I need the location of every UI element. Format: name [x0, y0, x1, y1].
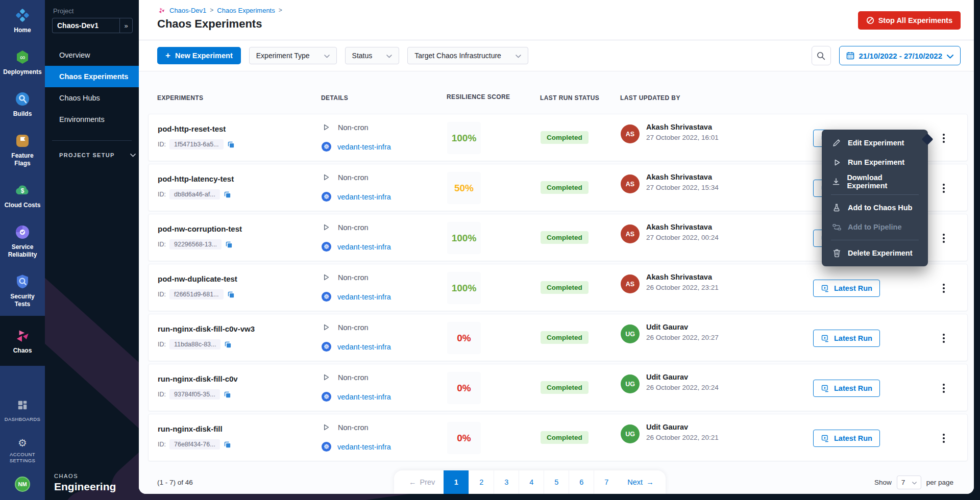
table-row[interactable]: pod-nw-duplicate-testID:f26651d9-681...N…	[148, 264, 968, 311]
experiment-id: ID:11bda88c-83...	[158, 339, 232, 349]
copy-icon[interactable]	[224, 191, 231, 198]
service-reliability-icon	[15, 224, 30, 240]
sidebar-item-home[interactable]: Home	[0, 0, 45, 42]
infrastructure-link[interactable]: vedant-test-infra	[337, 443, 391, 451]
infrastructure-link[interactable]: vedant-test-infra	[337, 193, 391, 201]
per-page-select[interactable]: 7	[897, 476, 921, 489]
experiment-id-value: 92296568-13...	[169, 239, 222, 249]
page-button-5[interactable]: 5	[544, 470, 569, 494]
stop-all-experiments-button[interactable]: Stop All Experiments	[858, 11, 961, 30]
search-button[interactable]	[812, 46, 831, 65]
sidebar-item-deployments[interactable]: ∞Deployments	[0, 42, 45, 84]
page-button-4[interactable]: 4	[519, 470, 544, 494]
table-row[interactable]: run-nginx-disk-fillID:76e8f434-76...Non-…	[148, 414, 968, 461]
copy-icon[interactable]	[227, 291, 235, 298]
infrastructure-link[interactable]: vedant-test-infra	[337, 143, 391, 151]
breadcrumb-link-experiments[interactable]: Chaos Experiments	[217, 7, 275, 14]
latest-run-icon	[821, 434, 829, 443]
infrastructure-link[interactable]: vedant-test-infra	[337, 343, 391, 351]
latest-run-button[interactable]: Latest Run	[813, 280, 880, 297]
user-avatar[interactable]: NM	[15, 477, 30, 492]
sidebar-item-overview[interactable]: Overview	[45, 44, 139, 66]
sidebar-item-chaos[interactable]: Chaos	[0, 316, 45, 366]
avatar: AS	[621, 174, 640, 193]
resilience-score: 50%	[447, 172, 481, 204]
page-title: Chaos Experiments	[157, 17, 262, 31]
sidebar-item-cloud-costs[interactable]: $Cloud Costs	[0, 175, 45, 217]
copy-icon[interactable]	[224, 391, 231, 398]
copy-icon[interactable]	[227, 141, 235, 148]
sidebar-item-chaos-hubs[interactable]: Chaos Hubs	[45, 87, 139, 109]
row-menu-button[interactable]	[938, 379, 950, 398]
chaos-logo-icon	[157, 6, 166, 14]
pipeline-icon	[832, 223, 841, 231]
menu-item-delete-experiment[interactable]: Delete Experiment	[822, 243, 928, 263]
kubernetes-icon: ☸	[322, 442, 331, 452]
page-button-2[interactable]: 2	[469, 470, 494, 494]
latest-run-button[interactable]: Latest Run	[813, 430, 880, 447]
sidebar-item-environments[interactable]: Environments	[45, 109, 139, 130]
table-row[interactable]: run-nginx-disk-fill-c0v-vw3ID:11bda88c-8…	[148, 314, 968, 361]
copy-icon[interactable]	[225, 241, 233, 248]
new-experiment-button[interactable]: + New Experiment	[157, 47, 241, 64]
filter-experiment-type[interactable]: Experiment Type	[249, 47, 337, 64]
prev-page-button[interactable]: ← Prev	[400, 470, 444, 494]
experiment-name: run-nginx-disk-fill	[158, 424, 223, 433]
date-range-picker[interactable]: 21/10/2022 - 27/10/2022	[839, 46, 961, 65]
resilience-score: 0%	[447, 422, 481, 454]
latest-run-icon	[821, 334, 829, 343]
filter-status[interactable]: Status	[345, 47, 400, 64]
page-button-1[interactable]: 1	[444, 470, 469, 494]
latest-run-button[interactable]: Latest Run	[813, 330, 880, 347]
sidebar-item-service-reliability[interactable]: Service Reliability	[0, 217, 45, 266]
sidebar-item-chaos-experiments[interactable]: Chaos Experiments	[45, 66, 139, 87]
pencil-icon	[832, 139, 841, 147]
sidebar-item-feature-flags[interactable]: Feature Flags	[0, 126, 45, 175]
row-menu-button[interactable]	[938, 429, 950, 448]
avatar: AS	[621, 124, 640, 143]
infrastructure-link[interactable]: vedant-test-infra	[337, 243, 391, 251]
avatar: UG	[621, 424, 640, 443]
menu-item-download-experiment[interactable]: Download Experiment	[822, 172, 928, 191]
copy-icon[interactable]	[224, 341, 232, 348]
sidebar-item-builds[interactable]: Builds	[0, 84, 45, 126]
project-selector[interactable]: Chaos-Dev1	[52, 18, 119, 33]
infrastructure-link[interactable]: vedant-test-infra	[337, 393, 391, 401]
page-button-7[interactable]: 7	[594, 470, 619, 494]
last-updated-by: ASAkash Shrivastava26 October 2022, 23:2…	[621, 273, 719, 293]
breadcrumb-link-project[interactable]: Chaos-Dev1	[169, 7, 206, 14]
row-menu-button[interactable]	[938, 279, 950, 298]
row-menu-button[interactable]	[938, 329, 950, 348]
kubernetes-icon: ☸	[322, 392, 331, 402]
infrastructure-link[interactable]: vedant-test-infra	[337, 293, 391, 301]
resilience-score: 100%	[447, 122, 481, 154]
experiment-id: ID:93784f05-35...	[158, 389, 231, 399]
experiment-id-value: 11bda88c-83...	[169, 339, 220, 349]
sidebar-item-security-tests[interactable]: Security Tests	[0, 266, 45, 316]
row-menu-button[interactable]	[938, 179, 950, 198]
menu-item-edit-experiment[interactable]: Edit Experiment	[822, 133, 928, 153]
table-row[interactable]: run-nginx-disk-fill-c0vID:93784f05-35...…	[148, 364, 968, 411]
last-updated-by: UGUdit Gaurav26 October 2022, 20:24	[621, 373, 719, 393]
experiment-id: ID:f26651d9-681...	[158, 289, 235, 299]
filter-target-chaos-infrastructure[interactable]: Target Chaos Infrastructure	[407, 47, 528, 64]
row-menu-button[interactable]	[938, 129, 950, 148]
copy-icon[interactable]	[224, 441, 231, 448]
menu-item-add-to-chaos-hub[interactable]: Add to Chaos Hub	[822, 198, 928, 217]
schedule-type: Non-cron	[322, 173, 369, 182]
last-updated-by: ASAkash Shrivastava27 October 2022, 16:0…	[621, 123, 719, 143]
experiment-name: pod-nw-corruption-test	[158, 224, 242, 233]
svg-text:∞: ∞	[20, 53, 25, 61]
status-badge: Completed	[541, 381, 589, 394]
kubernetes-icon: ☸	[322, 292, 331, 302]
project-setup-toggle[interactable]: PROJECT SETUP	[59, 152, 139, 158]
page-button-6[interactable]: 6	[569, 470, 594, 494]
page-button-3[interactable]: 3	[494, 470, 519, 494]
sidebar-item-account-settings[interactable]: ⚙ ACCOUNT SETTINGS	[0, 430, 45, 471]
sidebar-item-dashboards[interactable]: DASHBOARDS	[0, 392, 45, 430]
latest-run-button[interactable]: Latest Run	[813, 380, 880, 397]
row-menu-button[interactable]	[938, 229, 950, 248]
project-expand-icon[interactable]: »	[119, 18, 133, 33]
next-page-button[interactable]: Next →	[619, 470, 662, 494]
menu-item-run-experiment[interactable]: Run Experiment	[822, 153, 928, 172]
